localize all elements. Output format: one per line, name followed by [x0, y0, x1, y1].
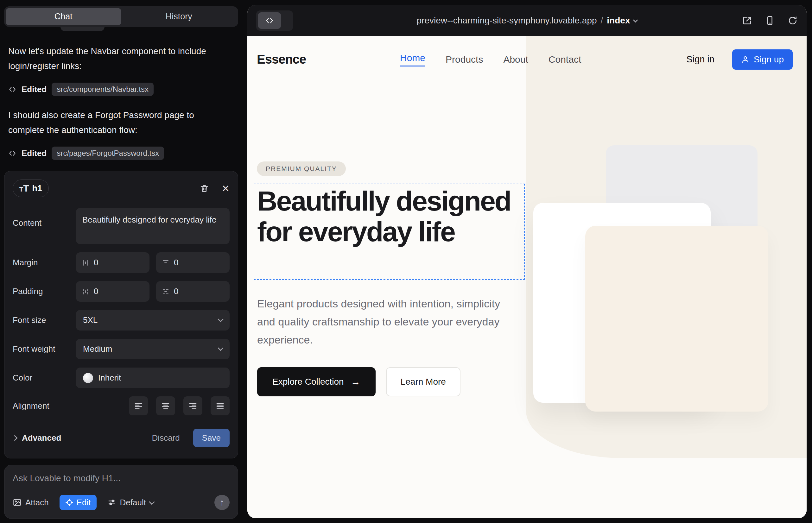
vertical-spacing-icon: [162, 259, 170, 267]
edited-file-row: Edited src/components/Navbar.tsx: [8, 82, 154, 96]
edited-file-row: Edited src/pages/ForgotPassword.tsx: [8, 146, 164, 160]
hero-cta-row: Explore Collection → Learn More: [257, 367, 460, 396]
edit-mode-button[interactable]: Edit: [59, 495, 96, 510]
site-logo[interactable]: Essence: [257, 52, 306, 67]
content-label: Content: [13, 208, 76, 228]
color-swatch: [83, 373, 93, 383]
site-nav-links: Home Products About Contact: [400, 53, 581, 67]
margin-y-input[interactable]: [174, 258, 193, 268]
code-icon: [258, 12, 281, 29]
align-left-button[interactable]: [129, 396, 148, 415]
align-center-button[interactable]: [156, 396, 175, 415]
sign-in-link[interactable]: Sign in: [686, 54, 714, 65]
chevron-down-icon: [149, 499, 155, 505]
chevron-down-icon: [217, 345, 223, 351]
nav-link-about[interactable]: About: [503, 54, 528, 65]
discard-button[interactable]: Discard: [147, 430, 184, 446]
target-icon: [65, 498, 73, 507]
sign-up-button[interactable]: Sign up: [732, 49, 793, 70]
text-style-icon: TT: [19, 183, 29, 194]
panel-tabs: Chat History: [4, 6, 238, 27]
tab-history[interactable]: History: [121, 8, 237, 25]
chat-message: I should also create a Forgot Password p…: [8, 108, 224, 138]
composer-input[interactable]: Ask Lovable to modify H1...: [13, 473, 230, 483]
save-button[interactable]: Save: [193, 429, 230, 447]
route-selector[interactable]: index: [607, 16, 630, 26]
padding-y-input[interactable]: [174, 287, 193, 296]
hero-badge: PREMIUM QUALITY: [257, 161, 346, 176]
font-weight-select[interactable]: Medium: [76, 339, 230, 359]
hero-heading[interactable]: Beautifully designed for everyday life: [254, 184, 524, 247]
padding-x-input[interactable]: [94, 287, 113, 296]
horizontal-padding-icon: [82, 288, 89, 295]
font-size-label: Font size: [13, 315, 76, 325]
chat-message: Now let's update the Navbar component to…: [8, 44, 224, 73]
refresh-button[interactable]: [788, 16, 798, 26]
close-editor-button[interactable]: ✕: [222, 183, 230, 194]
url-separator: /: [601, 16, 603, 26]
margin-y-field[interactable]: [156, 252, 230, 273]
mode-select[interactable]: Default: [107, 498, 154, 507]
code-view-toggle[interactable]: [256, 11, 293, 31]
chevron-right-icon: [12, 435, 17, 441]
padding-label: Padding: [13, 287, 76, 296]
attach-button[interactable]: Attach: [13, 498, 49, 507]
explore-collection-button[interactable]: Explore Collection →: [257, 367, 376, 396]
selected-element-badge: TT h1: [13, 180, 49, 197]
tab-chat[interactable]: Chat: [6, 8, 121, 25]
send-button[interactable]: ↑: [214, 495, 230, 510]
decorative-card-beige: [585, 226, 768, 412]
color-label: Color: [13, 373, 76, 383]
padding-x-field[interactable]: [76, 281, 149, 302]
learn-more-button[interactable]: Learn More: [386, 367, 460, 396]
nav-link-products[interactable]: Products: [446, 54, 483, 65]
edited-file-chip[interactable]: src/pages/ForgotPassword.tsx: [52, 147, 164, 160]
edited-label: Edited: [21, 85, 47, 94]
site-navbar: Essence Home Products About Contact Sign…: [247, 36, 807, 83]
sliders-icon: [107, 498, 116, 507]
person-icon: [741, 55, 749, 64]
font-size-select[interactable]: 5XL: [76, 310, 230, 330]
image-icon: [13, 498, 21, 507]
site-canvas: Essence Home Products About Contact Sign…: [247, 36, 807, 518]
composer: Ask Lovable to modify H1... Attach Edit …: [4, 465, 238, 519]
nav-link-home[interactable]: Home: [400, 53, 425, 67]
open-external-button[interactable]: [742, 16, 752, 26]
align-justify-button[interactable]: [211, 396, 230, 415]
code-icon: [8, 85, 16, 93]
arrow-right-icon: →: [351, 376, 360, 387]
preview-url[interactable]: preview--charming-site-symphony.lovable.…: [417, 16, 597, 26]
chevron-down-icon: [217, 316, 223, 322]
preview-topbar: preview--charming-site-symphony.lovable.…: [247, 5, 807, 36]
nav-link-contact[interactable]: Contact: [548, 54, 581, 65]
hero-paragraph: Elegant products designed with intention…: [257, 295, 511, 349]
chat-panel: Chat History Now let's update the Navbar…: [0, 0, 246, 523]
horizontal-spacing-icon: [82, 259, 89, 267]
padding-y-field[interactable]: [156, 281, 230, 302]
advanced-toggle[interactable]: Advanced: [13, 433, 61, 443]
delete-element-button[interactable]: [199, 184, 209, 193]
chevron-down-icon: [633, 17, 638, 22]
align-right-button[interactable]: [183, 396, 202, 415]
alignment-label: Alignment: [13, 401, 76, 411]
margin-x-field[interactable]: [76, 252, 149, 273]
content-textarea[interactable]: Beautifully designed for everyday life: [76, 208, 230, 244]
vertical-padding-icon: [162, 288, 170, 295]
element-tag: h1: [32, 184, 42, 194]
color-select[interactable]: Inherit: [76, 367, 230, 388]
code-icon: [8, 149, 16, 157]
selected-h1-outline[interactable]: Beautifully designed for everyday life: [254, 184, 525, 280]
url-bar: preview--charming-site-symphony.lovable.…: [247, 16, 807, 26]
margin-label: Margin: [13, 258, 76, 268]
element-editor-panel: TT h1 ✕ Content Beautifully designed for…: [4, 171, 238, 458]
edited-file-chip[interactable]: src/components/Navbar.tsx: [52, 83, 153, 96]
mobile-view-button[interactable]: [765, 16, 775, 26]
preview-window: preview--charming-site-symphony.lovable.…: [247, 5, 807, 518]
margin-x-input[interactable]: [94, 258, 113, 268]
font-weight-label: Font weight: [13, 344, 76, 354]
edited-label: Edited: [21, 148, 47, 158]
